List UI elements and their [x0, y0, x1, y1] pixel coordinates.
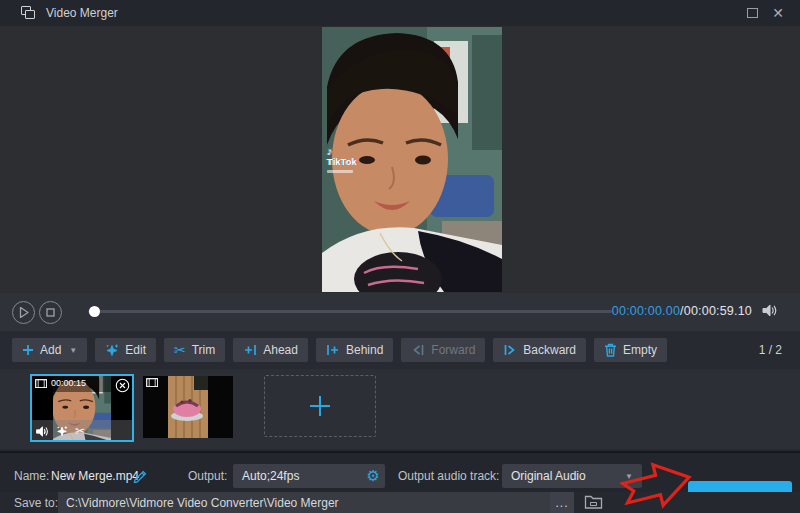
save-path-field[interactable]: C:\Vidmore\Vidmore Video Converter\Video… [58, 492, 550, 513]
behind-label: Behind [346, 343, 383, 357]
rename-pencil-icon[interactable] [132, 467, 148, 483]
seek-handle[interactable] [89, 306, 100, 317]
clip-mute-icon[interactable] [36, 426, 49, 437]
page-indicator: 1 / 2 [759, 343, 782, 357]
name-value: New Merge.mp4 [51, 469, 139, 483]
insert-behind-icon [326, 343, 340, 357]
clip-remove-icon[interactable] [115, 378, 130, 393]
clip-1-duration: 00:00:15 [51, 378, 86, 388]
audio-track-label: Output audio track: [398, 469, 499, 483]
stop-button[interactable] [39, 301, 62, 324]
film-icon [35, 379, 47, 388]
chevron-down-icon: ▼ [69, 346, 77, 355]
clip-2-thumbnail [168, 376, 208, 438]
forward-button[interactable]: Forward [401, 338, 485, 362]
plus-icon [22, 344, 34, 356]
clip-2[interactable] [143, 376, 233, 438]
scissors-icon: ✂ [174, 343, 186, 357]
clip-edit-icon[interactable] [56, 425, 68, 437]
tiktok-brand: TikTok [327, 157, 357, 167]
trim-button[interactable]: ✂ Trim [164, 338, 225, 362]
annotation-arrow [620, 458, 696, 512]
seek-slider[interactable] [88, 310, 612, 313]
volume-icon[interactable] [762, 304, 778, 317]
insert-ahead-icon [243, 343, 257, 357]
total-time: /00:00:59.10 [680, 304, 752, 318]
window-title: Video Merger [46, 6, 118, 20]
browse-button[interactable]: ... [550, 492, 574, 513]
clip-1-meta: 00:00:15 [35, 378, 86, 388]
play-button[interactable] [12, 301, 35, 324]
save-path-value: C:\Vidmore\Vidmore Video Converter\Video… [66, 496, 339, 510]
forward-label: Forward [431, 343, 475, 357]
save-to-label: Save to: [14, 496, 58, 510]
audio-track-value: Original Audio [511, 469, 586, 483]
add-button[interactable]: Add ▼ [12, 338, 87, 362]
tiktok-username [327, 170, 353, 173]
output-label: Output: [188, 469, 227, 483]
clip-trim-icon[interactable]: ✂ [75, 425, 85, 437]
film-icon [146, 378, 158, 387]
behind-button[interactable]: Behind [316, 338, 393, 362]
clip-1-selected[interactable]: 00:00:15 ✂ [30, 374, 134, 442]
output-format-field[interactable]: Auto;24fps ⚙ [233, 464, 385, 488]
clip-toolbar: Add ▼ Edit ✂ Trim Ahead Behind Forward B… [0, 331, 800, 369]
move-forward-icon [411, 343, 425, 357]
edit-button[interactable]: Edit [95, 338, 156, 362]
maximize-icon[interactable] [747, 8, 758, 18]
current-time: 00:00:00.00 [612, 304, 680, 318]
trash-icon [604, 343, 617, 357]
add-label: Add [40, 343, 61, 357]
empty-label: Empty [623, 343, 657, 357]
plus-icon [307, 393, 333, 419]
close-icon[interactable]: ✕ [772, 6, 784, 20]
magic-wand-icon [105, 343, 119, 357]
edit-label: Edit [125, 343, 146, 357]
clip-timeline: 00:00:15 ✂ [0, 369, 800, 449]
video-frame: ♪ TikTok [322, 27, 502, 292]
tiktok-watermark: ♪ TikTok [327, 145, 357, 173]
move-backward-icon [503, 343, 517, 357]
ahead-button[interactable]: Ahead [233, 338, 308, 362]
video-merger-window: Video Merger ✕ ♪ TikTok 00:00:00.00/00: [0, 0, 800, 513]
output-format-value: Auto;24fps [242, 469, 299, 483]
title-bar: Video Merger ✕ [0, 0, 800, 26]
backward-label: Backward [523, 343, 576, 357]
name-label: Name: [14, 469, 49, 483]
empty-button[interactable]: Empty [594, 338, 667, 362]
time-display: 00:00:00.00/00:00:59.10 [612, 304, 752, 318]
open-folder-icon[interactable] [584, 494, 603, 510]
add-clip-slot[interactable] [264, 375, 376, 437]
gear-icon[interactable]: ⚙ [367, 466, 380, 486]
playback-bar: 00:00:00.00/00:00:59.10 [0, 293, 800, 331]
ahead-label: Ahead [263, 343, 298, 357]
preview-area: ♪ TikTok [0, 26, 800, 293]
backward-button[interactable]: Backward [493, 338, 586, 362]
app-logo-icon [21, 6, 37, 20]
trim-label: Trim [192, 343, 216, 357]
